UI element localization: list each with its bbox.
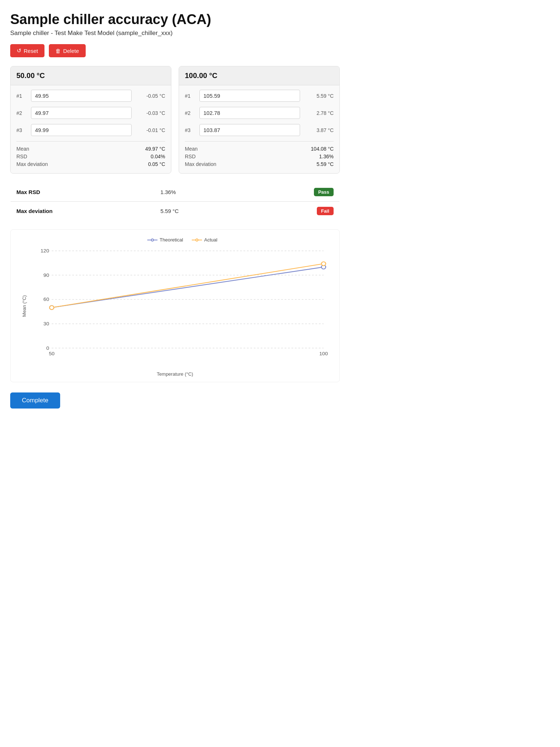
cards-row: 50.00 °C#1-0.05 °C#2-0.03 °C#3-0.01 °CMe… bbox=[10, 66, 340, 174]
summary-badge-cell-0: Pass bbox=[245, 183, 340, 202]
temp-card-1: 100.00 °C#15.59 °C#22.78 °C#33.87 °CMean… bbox=[179, 66, 340, 174]
summary-badge-1: Fail bbox=[317, 207, 334, 215]
legend-label-0: Theoretical bbox=[160, 237, 183, 243]
temp-card-0: 50.00 °C#1-0.05 °C#2-0.03 °C#3-0.01 °CMe… bbox=[10, 66, 171, 174]
card-header-1: 100.00 °C bbox=[179, 66, 339, 85]
measurement-label-1-0: #1 bbox=[185, 93, 195, 99]
stats-section-1: Mean104.08 °CRSD1.36%Max deviation5.59 °… bbox=[185, 141, 334, 167]
complete-button[interactable]: Complete bbox=[10, 392, 60, 409]
delete-label: Delete bbox=[63, 48, 79, 54]
svg-point-14 bbox=[50, 306, 54, 310]
stat-label-1-2: Max deviation bbox=[185, 161, 216, 167]
measurement-label-1-2: #3 bbox=[185, 127, 195, 133]
summary-value-0: 1.36% bbox=[155, 183, 245, 202]
summary-row: Max deviation5.59 °CFail bbox=[11, 202, 340, 221]
chart-y-label: Mean (°C) bbox=[22, 295, 27, 317]
delete-icon: 🗑 bbox=[55, 48, 61, 54]
measurement-input-1-1[interactable] bbox=[199, 107, 300, 119]
legend-item-1: Actual bbox=[192, 237, 217, 243]
svg-text:0: 0 bbox=[46, 345, 49, 351]
measurement-input-1-0[interactable] bbox=[199, 90, 300, 102]
chart-x-label: Temperature (°C) bbox=[157, 371, 193, 377]
stat-row: Max deviation0.05 °C bbox=[16, 161, 165, 167]
measurement-label-0-1: #2 bbox=[16, 110, 27, 116]
measurement-row: #3-0.01 °C bbox=[16, 124, 165, 136]
chart-legend: TheoreticalActual bbox=[32, 237, 332, 243]
svg-text:60: 60 bbox=[43, 297, 49, 302]
measurement-label-1-1: #2 bbox=[185, 110, 195, 116]
stats-section-0: Mean49.97 °CRSD0.04%Max deviation0.05 °C bbox=[16, 141, 165, 167]
reset-button[interactable]: ↺ Reset bbox=[10, 44, 44, 57]
summary-badge-0: Pass bbox=[314, 188, 334, 196]
stat-row: Mean49.97 °C bbox=[16, 146, 165, 152]
stat-label-1-0: Mean bbox=[185, 146, 198, 152]
measurement-deviation-0-2: -0.01 °C bbox=[136, 127, 165, 133]
stat-value-0-2: 0.05 °C bbox=[148, 161, 165, 167]
summary-label-0: Max RSD bbox=[11, 183, 155, 202]
stat-value-1-2: 5.59 °C bbox=[316, 161, 334, 167]
summary-badge-cell-1: Fail bbox=[245, 202, 340, 221]
svg-text:120: 120 bbox=[40, 248, 49, 253]
measurement-deviation-1-0: 5.59 °C bbox=[304, 93, 334, 99]
page-title: Sample chiller accuracy (ACA) bbox=[10, 12, 340, 27]
stat-row: RSD1.36% bbox=[185, 154, 334, 159]
summary-label-1: Max deviation bbox=[11, 202, 155, 221]
stat-value-1-1: 1.36% bbox=[319, 154, 334, 159]
card-body-1: #15.59 °C#22.78 °C#33.87 °CMean104.08 °C… bbox=[179, 85, 339, 173]
stat-value-0-0: 49.97 °C bbox=[145, 146, 165, 152]
stat-label-0-1: RSD bbox=[16, 154, 27, 159]
card-body-0: #1-0.05 °C#2-0.03 °C#3-0.01 °CMean49.97 … bbox=[11, 85, 171, 173]
measurement-row: #2-0.03 °C bbox=[16, 107, 165, 119]
svg-text:90: 90 bbox=[43, 272, 49, 278]
card-header-0: 50.00 °C bbox=[11, 66, 171, 85]
measurement-row: #1-0.05 °C bbox=[16, 90, 165, 102]
measurement-input-0-0[interactable] bbox=[31, 90, 132, 102]
stat-label-0-2: Max deviation bbox=[16, 161, 48, 167]
svg-text:30: 30 bbox=[43, 321, 49, 326]
stat-label-1-1: RSD bbox=[185, 154, 196, 159]
measurement-deviation-0-1: -0.03 °C bbox=[136, 110, 165, 116]
stat-row: RSD0.04% bbox=[16, 154, 165, 159]
measurement-deviation-0-0: -0.05 °C bbox=[136, 93, 165, 99]
legend-label-1: Actual bbox=[204, 237, 217, 243]
measurement-deviation-1-1: 2.78 °C bbox=[304, 110, 334, 116]
stat-row: Max deviation5.59 °C bbox=[185, 161, 334, 167]
delete-button[interactable]: 🗑 Delete bbox=[49, 44, 85, 57]
measurement-row: #22.78 °C bbox=[185, 107, 334, 119]
legend-item-0: Theoretical bbox=[147, 237, 183, 243]
toolbar: ↺ Reset 🗑 Delete bbox=[10, 44, 340, 57]
measurement-deviation-1-2: 3.87 °C bbox=[304, 127, 334, 133]
measurement-row: #15.59 °C bbox=[185, 90, 334, 102]
svg-point-15 bbox=[322, 262, 326, 266]
summary-table: Max RSD1.36%PassMax deviation5.59 °CFail bbox=[10, 182, 340, 221]
chart-svg: 030609012050100 bbox=[32, 247, 332, 364]
svg-text:50: 50 bbox=[49, 351, 55, 356]
measurement-label-0-0: #1 bbox=[16, 93, 27, 99]
summary-row: Max RSD1.36%Pass bbox=[11, 183, 340, 202]
measurement-label-0-2: #3 bbox=[16, 127, 27, 133]
chart-container: TheoreticalActual Mean (°C) 030609012050… bbox=[10, 229, 340, 382]
page-subtitle: Sample chiller - Test Make Test Model (s… bbox=[10, 30, 340, 37]
measurement-input-0-2[interactable] bbox=[31, 124, 132, 136]
stat-row: Mean104.08 °C bbox=[185, 146, 334, 152]
stat-value-0-1: 0.04% bbox=[151, 154, 165, 159]
measurement-input-1-2[interactable] bbox=[199, 124, 300, 136]
summary-value-1: 5.59 °C bbox=[155, 202, 245, 221]
measurement-row: #33.87 °C bbox=[185, 124, 334, 136]
stat-value-1-0: 104.08 °C bbox=[311, 146, 334, 152]
measurement-input-0-1[interactable] bbox=[31, 107, 132, 119]
reset-icon: ↺ bbox=[17, 47, 22, 54]
svg-text:100: 100 bbox=[319, 351, 328, 356]
reset-label: Reset bbox=[24, 48, 38, 54]
stat-label-0-0: Mean bbox=[16, 146, 29, 152]
